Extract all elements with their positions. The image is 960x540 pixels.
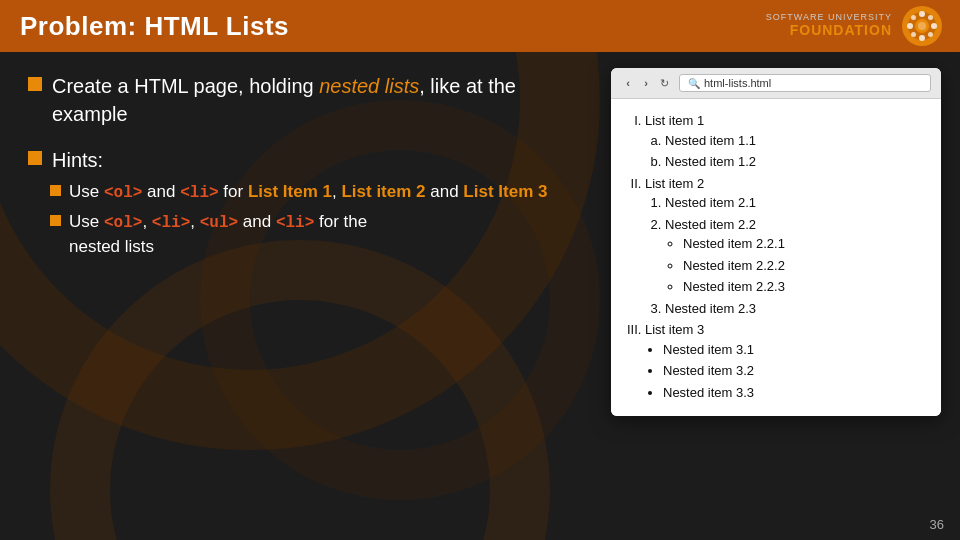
svg-point-7: [928, 15, 933, 20]
svg-point-3: [919, 35, 925, 41]
list-item-2-2: Nested item 2.2 Nested item 2.2.1 Nested…: [665, 215, 927, 297]
code-ol-1: <ol>: [104, 184, 142, 202]
code-li-1: <li>: [180, 184, 218, 202]
slide-title: Problem: HTML Lists: [20, 11, 289, 42]
list-item-2-1: Nested item 2.1: [665, 193, 927, 213]
sub-bullet-1-text: Use <ol> and <li> for List Item 1, List …: [69, 180, 547, 204]
sub-bullet-2-text: Use <ol>, <li>, <ul> and <li> for the ne…: [69, 210, 367, 258]
hints-section: Hints: Use <ol> and <li> for List Item 1…: [28, 146, 576, 259]
bullet-1: Create a HTML page, holding nested lists…: [28, 72, 576, 128]
code-ul-1: <ul>: [200, 214, 238, 232]
svg-point-8: [911, 32, 916, 37]
logo-text: SOFTWARE UNIVERSITY FOUNDATION: [766, 13, 892, 38]
bullet-square-2: [28, 151, 42, 165]
bullet-2-text: Hints:: [52, 146, 103, 174]
list-item-3-2: Nested item 3.2: [663, 361, 927, 381]
list-item-1a: Nested item 1.1: [665, 131, 927, 151]
logo-title: FOUNDATION: [790, 23, 892, 38]
sub-bullet-2: Use <ol>, <li>, <ul> and <li> for the ne…: [50, 210, 576, 258]
bold-list-item1: List Item 1: [248, 182, 332, 201]
list-item-3: List item 3 Nested item 3.1 Nested item …: [645, 320, 927, 402]
list-item-3-3: Nested item 3.3: [663, 383, 927, 403]
list-item-1: List item 1 Nested item 1.1 Nested item …: [645, 111, 927, 172]
page-number: 36: [930, 517, 944, 532]
bullet-1-text: Create a HTML page, holding nested lists…: [52, 72, 576, 128]
svg-point-2: [919, 11, 925, 17]
sub-bullet-2-suffix: nested lists: [69, 237, 154, 256]
sub-bullet-1: Use <ol> and <li> for List Item 1, List …: [50, 180, 576, 204]
bullet-1-prefix: Create a HTML page, holding: [52, 75, 319, 97]
browser-nav: ‹ › ↻: [621, 76, 671, 90]
bold-list-item3: List Item 3: [463, 182, 547, 201]
code-li-2: <li>: [152, 214, 190, 232]
browser-content: List item 1 Nested item 1.1 Nested item …: [611, 99, 941, 416]
logo-area: SOFTWARE UNIVERSITY FOUNDATION: [766, 4, 944, 48]
left-panel: Create a HTML page, holding nested lists…: [0, 52, 600, 540]
bullet-square-1: [28, 77, 42, 91]
main-list: List item 1 Nested item 1.1 Nested item …: [625, 111, 927, 402]
svg-point-5: [931, 23, 937, 29]
nested-list-2: Nested item 2.1 Nested item 2.2 Nested i…: [645, 193, 927, 318]
list-item-2-2-2: Nested item 2.2.2: [683, 256, 927, 276]
main-content: Create a HTML page, holding nested lists…: [0, 52, 960, 540]
list-item-2-2-3: Nested item 2.2.3: [683, 277, 927, 297]
svg-point-9: [928, 32, 933, 37]
nested-list-3: Nested item 3.1 Nested item 3.2 Nested i…: [645, 340, 927, 403]
list-item-3-1: Nested item 3.1: [663, 340, 927, 360]
list-item-2-3: Nested item 2.3: [665, 299, 927, 319]
code-ol-2: <ol>: [104, 214, 142, 232]
bullet-1-highlight: nested lists: [319, 75, 419, 97]
logo-icon: [900, 4, 944, 48]
browser-url-bar[interactable]: 🔍 html-lists.html: [679, 74, 931, 92]
list-item-2-2-1: Nested item 2.2.1: [683, 234, 927, 254]
browser-window: ‹ › ↻ 🔍 html-lists.html List item 1 Nest…: [611, 68, 941, 416]
nested-list-2-2: Nested item 2.2.1 Nested item 2.2.2 Nest…: [665, 234, 927, 297]
forward-button[interactable]: ›: [639, 76, 653, 90]
svg-point-6: [911, 15, 916, 20]
svg-point-11: [918, 22, 926, 30]
bold-list-item2: List item 2: [341, 182, 425, 201]
browser-bar: ‹ › ↻ 🔍 html-lists.html: [611, 68, 941, 99]
sub-bullet-square-1: [50, 185, 61, 196]
nested-list-1: Nested item 1.1 Nested item 1.2: [645, 131, 927, 172]
url-text: html-lists.html: [704, 77, 771, 89]
svg-point-4: [907, 23, 913, 29]
refresh-button[interactable]: ↻: [657, 76, 671, 90]
search-icon: 🔍: [688, 78, 700, 89]
list-item-1b: Nested item 1.2: [665, 152, 927, 172]
sub-bullet-square-2: [50, 215, 61, 226]
back-button[interactable]: ‹: [621, 76, 635, 90]
right-panel: ‹ › ↻ 🔍 html-lists.html List item 1 Nest…: [600, 52, 960, 540]
code-li-3: <li>: [276, 214, 314, 232]
list-item-2: List item 2 Nested item 2.1 Nested item …: [645, 174, 927, 319]
bullet-2: Hints:: [28, 146, 576, 174]
